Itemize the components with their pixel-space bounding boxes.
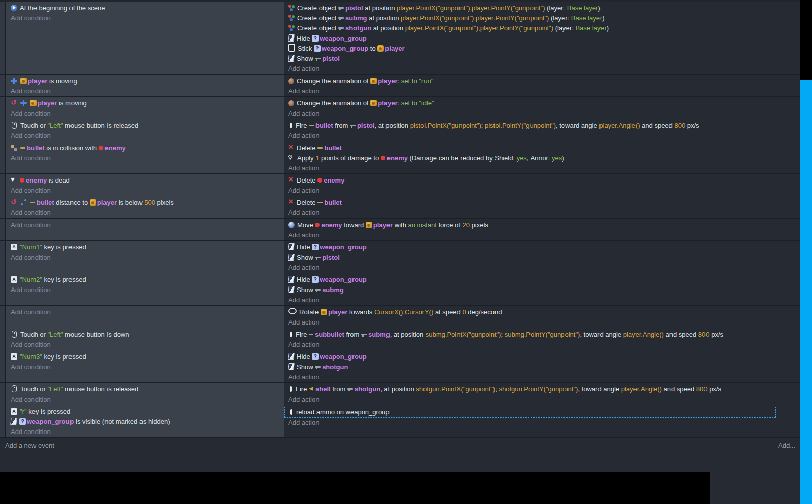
add-action-button[interactable]: Add action bbox=[284, 64, 800, 74]
add-condition-button[interactable]: Add condition bbox=[6, 427, 284, 437]
condition[interactable]: Touch or "Left" mouse button is released bbox=[6, 121, 284, 131]
event-gutter[interactable] bbox=[0, 97, 6, 119]
add-condition-button[interactable]: Add condition bbox=[6, 208, 284, 218]
add-action-button[interactable]: Add action bbox=[284, 394, 800, 405]
add-condition-button[interactable]: Add condition bbox=[6, 220, 284, 230]
action[interactable]: Fire subbullet from submg, at position s… bbox=[284, 330, 800, 340]
action[interactable]: Show submg bbox=[284, 285, 800, 295]
player-icon bbox=[20, 78, 27, 84]
event-gutter[interactable] bbox=[0, 141, 6, 173]
action[interactable]: Show pistol bbox=[284, 253, 800, 263]
event-row: player is movingAdd conditionChange the … bbox=[0, 97, 800, 119]
add-condition-button[interactable]: Add condition bbox=[6, 340, 284, 350]
add-condition-button[interactable]: Add condition bbox=[6, 253, 284, 263]
text-segment: yes bbox=[517, 154, 527, 162]
action[interactable]: Change the animation of player: set to "… bbox=[284, 76, 800, 86]
add-action-button[interactable]: Add action bbox=[284, 109, 800, 119]
submg-icon bbox=[315, 289, 321, 292]
action[interactable]: Create object pistol at position player.… bbox=[284, 3, 800, 13]
event-gutter[interactable] bbox=[0, 306, 6, 328]
add-condition-button[interactable]: Add condition bbox=[6, 109, 284, 119]
condition[interactable]: "Num1" key is pressed bbox=[6, 242, 284, 253]
event-gutter[interactable] bbox=[0, 196, 6, 218]
add-condition-button[interactable]: Add condition bbox=[6, 13, 284, 23]
action[interactable]: Hide weapon_group bbox=[284, 33, 800, 44]
action[interactable]: Show shotgun bbox=[284, 362, 800, 372]
add-more-button[interactable]: Add... bbox=[778, 442, 795, 449]
event-gutter[interactable] bbox=[0, 219, 6, 240]
add-action-button[interactable]: Add action bbox=[284, 295, 800, 305]
condition[interactable]: bullet distance to player is below 500 p… bbox=[6, 198, 284, 208]
text-segment: (Damage can be reduced by Shield: bbox=[408, 154, 517, 162]
action[interactable]: Change the animation of player: set to "… bbox=[284, 98, 800, 109]
text-segment: player bbox=[328, 308, 347, 316]
add-action-button[interactable]: Add action bbox=[284, 86, 800, 96]
action[interactable]: Create object submg at position player.P… bbox=[284, 13, 800, 23]
event-gutter[interactable] bbox=[0, 383, 6, 405]
condition[interactable]: "r" key is pressed bbox=[6, 407, 284, 417]
condition[interactable]: "Num2" key is pressed bbox=[6, 275, 284, 285]
add-action-button[interactable]: Add action bbox=[284, 186, 800, 196]
action[interactable]: Create object shotgun at position player… bbox=[284, 23, 800, 33]
condition[interactable]: At the beginning of the scene bbox=[6, 3, 284, 13]
condition[interactable]: Touch or "Left" mouse button is down bbox=[6, 330, 284, 340]
add-action-button[interactable]: Add action bbox=[284, 208, 800, 218]
add-condition-button[interactable]: Add condition bbox=[6, 153, 284, 163]
action[interactable]: Hide weapon_group bbox=[284, 352, 800, 362]
add-condition-button[interactable]: Add condition bbox=[6, 86, 284, 96]
action[interactable]: Delete bullet bbox=[284, 198, 800, 208]
event-gutter[interactable] bbox=[0, 405, 6, 437]
condition[interactable]: player is moving bbox=[6, 76, 284, 86]
text-segment: bullet bbox=[324, 199, 342, 206]
add-condition-button[interactable]: Add condition bbox=[6, 285, 284, 295]
add-condition-button[interactable]: Add condition bbox=[6, 131, 284, 141]
action[interactable]: Move enemy toward player with an instant… bbox=[284, 220, 800, 230]
add-action-button[interactable]: Add action bbox=[284, 131, 800, 141]
event-gutter[interactable] bbox=[0, 350, 6, 382]
pistol-icon bbox=[350, 124, 356, 128]
add-action-button[interactable]: Add action bbox=[284, 372, 800, 382]
condition[interactable]: weapon_group is visible (not marked as h… bbox=[6, 417, 284, 427]
event-gutter[interactable] bbox=[0, 75, 6, 96]
add-action-button[interactable]: Add action bbox=[284, 340, 800, 350]
action[interactable]: Rotate player towards CursorX();CursorY(… bbox=[284, 307, 800, 317]
add-new-event-button[interactable]: Add a new event bbox=[5, 442, 54, 449]
action[interactable]: Delete bullet bbox=[284, 143, 800, 153]
add-action-button[interactable]: Add action bbox=[284, 230, 800, 240]
text-segment: enemy bbox=[324, 176, 344, 184]
event-gutter[interactable] bbox=[0, 119, 6, 141]
condition[interactable]: bullet is in collision with enemy bbox=[6, 143, 284, 153]
add-action-button[interactable]: Add action bbox=[284, 418, 800, 428]
action[interactable]: Hide weapon_group bbox=[284, 275, 800, 285]
event-gutter[interactable] bbox=[0, 241, 6, 273]
text-segment: pistol.PointX("gunpoint") bbox=[410, 122, 481, 129]
add-action-button[interactable]: Add action bbox=[284, 317, 800, 328]
action[interactable]: Hide weapon_group bbox=[284, 242, 800, 253]
add-condition-button[interactable]: Add condition bbox=[6, 362, 284, 372]
player-icon bbox=[90, 199, 96, 206]
condition[interactable]: enemy is dead bbox=[6, 175, 284, 186]
action[interactable]: Delete enemy bbox=[284, 175, 800, 186]
event-gutter[interactable] bbox=[0, 174, 6, 196]
action[interactable]: Fire shell from shotgun, at position sho… bbox=[284, 384, 800, 394]
text-segment: and speed bbox=[664, 331, 698, 338]
add-condition-button[interactable]: Add condition bbox=[6, 394, 284, 405]
action[interactable]: Fire bullet from pistol, at position pis… bbox=[284, 121, 800, 131]
action[interactable]: Apply 1 points of damage to enemy (Damag… bbox=[284, 153, 800, 163]
action[interactable]: reload ammo on weapon_group bbox=[284, 407, 776, 418]
condition[interactable]: player is moving bbox=[6, 98, 284, 109]
add-action-button[interactable]: Add action bbox=[284, 263, 800, 273]
add-condition-button[interactable]: Add condition bbox=[6, 186, 284, 196]
text-segment: ) bbox=[602, 14, 604, 22]
text-segment: shell bbox=[315, 385, 331, 393]
condition[interactable]: Touch or "Left" mouse button is released bbox=[6, 384, 284, 394]
group-icon bbox=[312, 276, 319, 283]
action[interactable]: Stick weapon_group to player bbox=[284, 44, 800, 54]
condition[interactable]: "Num3" key is pressed bbox=[6, 352, 284, 362]
add-condition-button[interactable]: Add condition bbox=[6, 307, 284, 317]
event-gutter[interactable] bbox=[0, 273, 6, 305]
action[interactable]: Show pistol bbox=[284, 54, 800, 64]
event-gutter[interactable] bbox=[0, 2, 6, 74]
event-gutter[interactable] bbox=[0, 328, 6, 350]
add-action-button[interactable]: Add action bbox=[284, 163, 800, 173]
